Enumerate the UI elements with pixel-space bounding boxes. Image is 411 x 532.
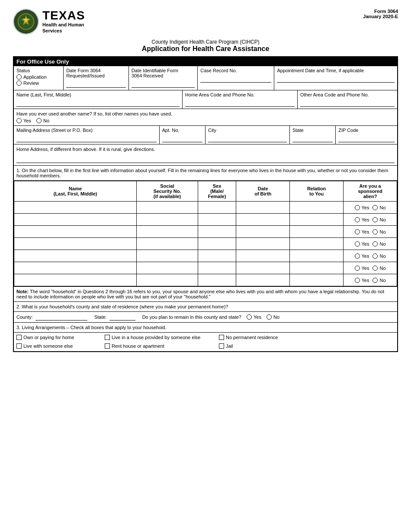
home-address-input[interactable]	[16, 155, 395, 163]
name-field-1[interactable]	[14, 202, 137, 214]
application-radio[interactable]	[16, 74, 22, 80]
sex-field-1[interactable]	[198, 202, 236, 214]
state-input-q2[interactable]	[109, 314, 135, 320]
alien-yes-4[interactable]: Yes	[355, 241, 369, 247]
name-field-3[interactable]	[14, 226, 137, 238]
alien-yes-6[interactable]: Yes	[355, 266, 369, 271]
name-field-4[interactable]	[14, 238, 137, 250]
relation-field-1[interactable]	[290, 202, 344, 214]
alien-no-1[interactable]: No	[372, 205, 385, 210]
date-form-input[interactable]	[66, 80, 126, 88]
ssn-field-7[interactable]	[137, 274, 198, 286]
alien-no-radio-5[interactable]	[372, 253, 378, 259]
status-review[interactable]: Review	[16, 80, 61, 86]
alien-yes-1[interactable]: Yes	[355, 205, 369, 210]
alien-yes-radio-7[interactable]	[355, 278, 360, 283]
zip-input[interactable]	[338, 135, 395, 142]
live-someone-box[interactable]	[16, 343, 22, 349]
ssn-field-5[interactable]	[137, 250, 198, 262]
other-name-yes[interactable]: Yes	[16, 118, 31, 123]
relation-field-4[interactable]	[290, 238, 344, 250]
home-phone-input[interactable]	[185, 99, 295, 107]
ssn-field-1[interactable]	[137, 202, 198, 214]
dob-field-6[interactable]	[236, 262, 290, 274]
sex-field-3[interactable]	[198, 226, 236, 238]
ssn-field-3[interactable]	[137, 226, 198, 238]
name-field-7[interactable]	[14, 274, 137, 286]
checkbox-rent[interactable]: Rent house or apartment	[105, 343, 217, 349]
relation-field-6[interactable]	[290, 262, 344, 274]
alien-no-radio-1[interactable]	[372, 205, 378, 210]
relation-field-3[interactable]	[290, 226, 344, 238]
name-field-2[interactable]	[14, 214, 137, 226]
sex-field-4[interactable]	[198, 238, 236, 250]
alien-no-7[interactable]: No	[372, 278, 385, 283]
jail-box[interactable]	[219, 343, 224, 349]
other-name-yes-radio[interactable]	[16, 118, 22, 123]
alien-no-radio-7[interactable]	[372, 278, 378, 283]
name-input[interactable]	[16, 99, 180, 107]
alien-yes-2[interactable]: Yes	[355, 217, 369, 222]
alien-yes-7[interactable]: Yes	[355, 278, 369, 283]
relation-field-5[interactable]	[290, 250, 344, 262]
checkbox-no-permanent[interactable]: No permanent residence	[219, 335, 305, 340]
other-phone-input[interactable]	[300, 99, 395, 107]
county-input[interactable]	[35, 314, 87, 320]
dob-field-4[interactable]	[236, 238, 290, 250]
alien-no-2[interactable]: No	[372, 217, 385, 222]
case-record-input[interactable]	[200, 75, 271, 83]
remain-no-radio[interactable]	[267, 314, 272, 320]
review-radio[interactable]	[16, 80, 22, 86]
ssn-field-2[interactable]	[137, 214, 198, 226]
remain-no[interactable]: No	[267, 314, 279, 320]
no-permanent-box[interactable]	[219, 335, 224, 340]
alien-yes-radio-4[interactable]	[355, 241, 360, 247]
apt-input[interactable]	[162, 135, 202, 142]
alien-yes-radio-1[interactable]	[355, 205, 360, 210]
status-application[interactable]: Application	[16, 74, 61, 80]
sex-field-5[interactable]	[198, 250, 236, 262]
date-id-input[interactable]	[132, 80, 195, 88]
sex-field-7[interactable]	[198, 274, 236, 286]
alien-no-5[interactable]: No	[372, 253, 385, 259]
alien-yes-radio-5[interactable]	[355, 253, 360, 259]
checkbox-jail[interactable]: Jail	[219, 343, 305, 349]
mailing-input[interactable]	[16, 135, 157, 142]
alien-yes-radio-3[interactable]	[355, 229, 360, 234]
other-name-no-radio[interactable]	[36, 118, 42, 123]
alien-no-4[interactable]: No	[372, 241, 385, 247]
ssn-field-6[interactable]	[137, 262, 198, 274]
checkbox-house-provided[interactable]: Live in a house provided by someone else	[105, 335, 217, 340]
relation-field-7[interactable]	[290, 274, 344, 286]
state-input[interactable]	[292, 135, 333, 142]
name-field-6[interactable]	[14, 262, 137, 274]
remain-yes[interactable]: Yes	[247, 314, 261, 320]
checkbox-own-home[interactable]: Own or paying for home	[16, 335, 103, 340]
checkbox-live-someone[interactable]: Live with someone else	[16, 343, 103, 349]
alien-no-6[interactable]: No	[372, 266, 385, 271]
own-home-box[interactable]	[16, 335, 22, 340]
sex-field-6[interactable]	[198, 262, 236, 274]
name-field-5[interactable]	[14, 250, 137, 262]
dob-field-2[interactable]	[236, 214, 290, 226]
remain-yes-radio[interactable]	[247, 314, 252, 320]
alien-yes-5[interactable]: Yes	[355, 253, 369, 259]
alien-no-radio-3[interactable]	[372, 229, 378, 234]
alien-no-radio-6[interactable]	[372, 266, 378, 271]
alien-yes-radio-2[interactable]	[355, 217, 360, 222]
appointment-input[interactable]	[277, 75, 395, 83]
city-input[interactable]	[208, 135, 287, 142]
alien-no-3[interactable]: No	[372, 229, 385, 234]
other-name-no[interactable]: No	[36, 118, 49, 123]
relation-field-2[interactable]	[290, 214, 344, 226]
house-provided-box[interactable]	[105, 335, 110, 340]
rent-box[interactable]	[105, 343, 110, 349]
alien-no-radio-2[interactable]	[372, 217, 378, 222]
alien-no-radio-4[interactable]	[372, 241, 378, 247]
alien-yes-3[interactable]: Yes	[355, 229, 369, 234]
dob-field-3[interactable]	[236, 226, 290, 238]
sex-field-2[interactable]	[198, 214, 236, 226]
dob-field-7[interactable]	[236, 274, 290, 286]
dob-field-1[interactable]	[236, 202, 290, 214]
alien-yes-radio-6[interactable]	[355, 266, 360, 271]
